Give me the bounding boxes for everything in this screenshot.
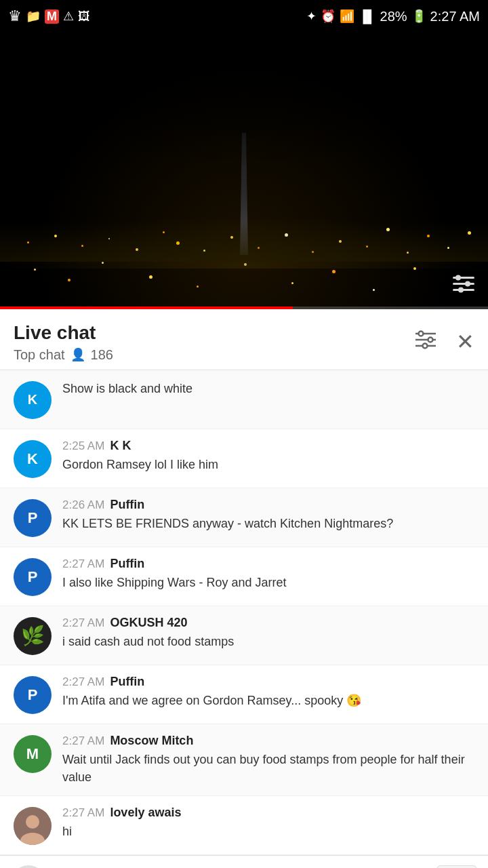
message-text: Wait until Jack finds out you can buy fo…	[62, 751, 474, 786]
svg-rect-1	[453, 283, 474, 285]
table-row: P 2:26 AM Puffin KK LETS BE FRIENDS anyw…	[0, 488, 488, 547]
svg-point-4	[465, 281, 470, 287]
chat-title: Live chat	[14, 321, 113, 344]
bluetooth-icon: ✦	[306, 9, 317, 24]
video-settings-icon[interactable]	[453, 274, 474, 296]
chat-messages-list: K 2:25 AM K K Gordon Ramsey lol I like h…	[0, 429, 488, 855]
message-text: i said cash aud not food stamps	[62, 633, 474, 650]
message-meta: 2:26 AM Puffin	[62, 498, 474, 512]
table-row: 2:27 AM lovely awais hi	[0, 796, 488, 855]
message-body: 2:27 AM Puffin I'm Atifa and we agree on…	[62, 675, 474, 709]
svg-point-5	[458, 288, 464, 293]
message-meta: 2:27 AM Moscow Mitch	[62, 734, 474, 748]
message-time: 2:27 AM	[62, 557, 104, 571]
wifi-icon: 📶	[340, 9, 354, 24]
chat-input-bar: ☺ $	[0, 855, 488, 868]
send-superchat-button[interactable]: $	[436, 865, 477, 868]
avatar: P	[14, 558, 52, 596]
status-bar: ♛ 📁 M ⚠ 🖼 ✦ ⏰ 📶 ▐▌ 28% 🔋 2:27 AM	[0, 0, 488, 33]
chat-input[interactable]	[56, 865, 427, 868]
message-body: 2:27 AM Puffin I also like Shipping Wars…	[62, 557, 474, 591]
message-author: Puffin	[110, 498, 144, 512]
battery-icon: 🔋	[411, 9, 426, 24]
message-text: hi	[62, 823, 474, 840]
table-row: P 2:27 AM Puffin I'm Atifa and we agree …	[0, 665, 488, 724]
table-row: K 2:25 AM K K Gordon Ramsey lol I like h…	[0, 429, 488, 488]
viewer-count: 186	[91, 347, 113, 363]
message-body: 2:26 AM Puffin KK LETS BE FRIENDS anyway…	[62, 498, 474, 532]
table-row: 🌿 2:27 AM OGKUSH 420 i said cash aud not…	[0, 606, 488, 665]
video-progress-bar[interactable]	[0, 307, 488, 309]
partial-message-text: Show is black and white	[62, 382, 192, 395]
message-meta: 2:27 AM OGKUSH 420	[62, 616, 474, 630]
chat-header-left: Live chat Top chat 👤 186	[14, 321, 113, 363]
filter-icon[interactable]	[414, 330, 437, 355]
message-body: 2:27 AM OGKUSH 420 i said cash aud not f…	[62, 616, 474, 650]
signal-icon: ▐▌	[359, 9, 376, 24]
status-bar-right: ✦ ⏰ 📶 ▐▌ 28% 🔋 2:27 AM	[306, 9, 480, 24]
avatar: 🌿	[14, 617, 52, 655]
message-author: K K	[110, 439, 131, 453]
message-text: I also like Shipping Wars - Roy and Jarr…	[62, 574, 474, 591]
message-author: Moscow Mitch	[110, 734, 193, 748]
message-author: Puffin	[110, 557, 144, 571]
message-time: 2:27 AM	[62, 616, 104, 630]
message-meta: 2:27 AM lovely awais	[62, 806, 474, 820]
message-meta: 2:25 AM K K	[62, 439, 474, 453]
m-icon: M	[45, 9, 59, 24]
svg-point-13	[26, 815, 39, 829]
svg-point-3	[455, 275, 461, 281]
time-display: 2:27 AM	[430, 9, 480, 24]
partial-message: K Show is black and white	[0, 370, 488, 429]
message-time: 2:27 AM	[62, 734, 104, 748]
chat-panel: Live chat Top chat 👤 186 ✕	[0, 309, 488, 868]
message-time: 2:27 AM	[62, 806, 104, 820]
chat-header-actions: ✕	[414, 329, 474, 355]
partial-message-body: Show is black and white	[62, 380, 474, 397]
message-author: lovely awais	[110, 806, 181, 820]
message-text: Gordon Ramsey lol I like him	[62, 456, 474, 473]
chat-subtitle-row: Top chat 👤 186	[14, 347, 113, 363]
svg-point-11	[423, 343, 428, 348]
video-player[interactable]	[0, 33, 488, 309]
avatar	[14, 807, 52, 845]
video-progress-fill	[0, 307, 293, 309]
avatar-partial: K	[14, 381, 52, 419]
svg-point-10	[428, 337, 433, 342]
avatar: P	[14, 676, 52, 714]
message-text: I'm Atifa and we agree on Gordon Ramsey.…	[62, 692, 474, 709]
crown-icon: ♛	[8, 7, 22, 25]
chat-header: Live chat Top chat 👤 186 ✕	[0, 309, 488, 370]
avatar: M	[14, 735, 52, 773]
folder-icon: 📁	[26, 9, 41, 24]
alarm-icon: ⏰	[321, 9, 336, 24]
message-meta: 2:27 AM Puffin	[62, 557, 474, 571]
avatar: P	[14, 499, 52, 537]
message-meta: 2:27 AM Puffin	[62, 675, 474, 689]
svg-point-9	[419, 331, 424, 336]
table-row: M 2:27 AM Moscow Mitch Wait until Jack f…	[0, 724, 488, 796]
table-row: P 2:27 AM Puffin I also like Shipping Wa…	[0, 547, 488, 606]
status-bar-left: ♛ 📁 M ⚠ 🖼	[8, 7, 90, 25]
warning-icon: ⚠	[63, 9, 74, 24]
message-author: OGKUSH 420	[110, 616, 187, 630]
message-body: 2:25 AM K K Gordon Ramsey lol I like him	[62, 439, 474, 473]
avatar: K	[14, 440, 52, 478]
message-time: 2:25 AM	[62, 439, 104, 453]
message-body: 2:27 AM lovely awais hi	[62, 806, 474, 840]
top-chat-label: Top chat	[14, 347, 65, 363]
close-icon[interactable]: ✕	[456, 329, 474, 355]
message-text: KK LETS BE FRIENDS anyway - watch Kitche…	[62, 515, 474, 532]
person-icon: 👤	[70, 347, 85, 362]
battery-text: 28%	[380, 9, 407, 24]
message-author: Puffin	[110, 675, 144, 689]
message-time: 2:27 AM	[62, 675, 104, 689]
message-body: 2:27 AM Moscow Mitch Wait until Jack fin…	[62, 734, 474, 786]
image-icon: 🖼	[78, 9, 90, 24]
message-time: 2:26 AM	[62, 498, 104, 512]
emoji-button[interactable]: ☺	[11, 865, 46, 868]
